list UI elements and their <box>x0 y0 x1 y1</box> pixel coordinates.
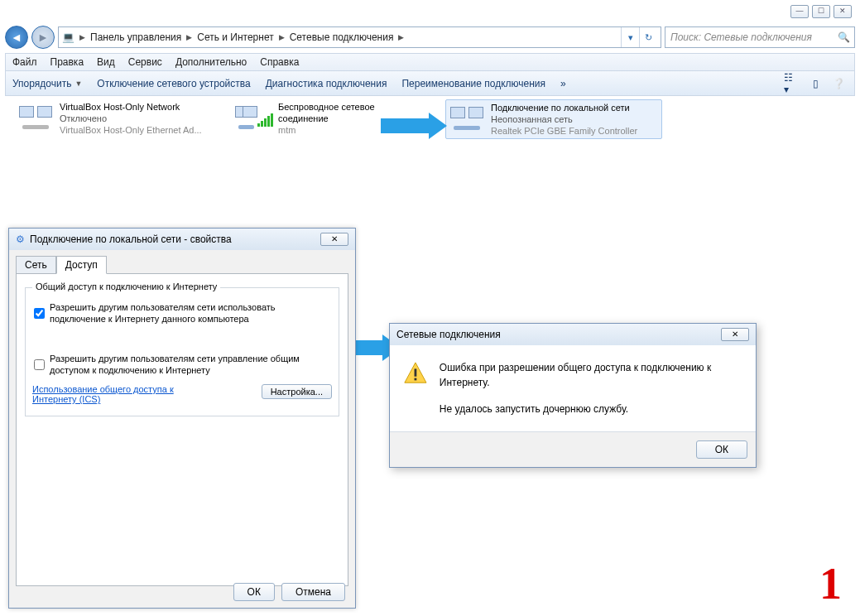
toolbar-disable[interactable]: Отключение сетевого устройства <box>97 78 250 89</box>
connection-title: Подключение по локальной сети <box>491 102 637 113</box>
network-icon: 💻 <box>62 31 74 43</box>
toolbar-diagnose[interactable]: Диагностика подключения <box>266 78 387 89</box>
breadcrumb[interactable]: Сеть и Интернет <box>197 31 273 43</box>
svg-rect-2 <box>415 378 417 381</box>
signal-strength-icon <box>257 113 273 127</box>
menu-view[interactable]: Вид <box>97 56 115 68</box>
preview-pane-icon[interactable]: ▯ <box>806 75 824 93</box>
checkbox-allow-control[interactable] <box>34 354 45 376</box>
breadcrumb[interactable]: Панель управления <box>90 31 181 43</box>
group-legend: Общий доступ к подключению к Интернету <box>32 282 220 291</box>
connection-item-lan-selected[interactable]: Подключение по локальной сети Неопознанн… <box>445 99 662 139</box>
dialog-close-button[interactable]: ✕ <box>721 328 749 341</box>
svg-rect-1 <box>415 368 417 376</box>
warning-icon <box>403 360 428 387</box>
chevron-right-icon: ▶ <box>277 33 286 41</box>
ics-help-link[interactable]: Использование общего доступа к Интернету… <box>32 384 198 404</box>
breadcrumb[interactable]: Сетевые подключения <box>290 31 394 43</box>
menu-help[interactable]: Справка <box>260 56 299 68</box>
annotation-number: 1 <box>819 558 842 609</box>
connection-device: Realtek PCIe GBE Family Controller <box>491 125 637 137</box>
connection-item-wireless[interactable]: Беспроводное сетевое соединение mtm <box>235 101 392 136</box>
tab-network[interactable]: Сеть <box>16 256 56 274</box>
connection-item-virtualbox[interactable]: VirtualBox Host-Only Network Отключено V… <box>17 101 223 136</box>
menu-advanced[interactable]: Дополнительно <box>175 56 247 68</box>
ics-group: Общий доступ к подключению к Интернету Р… <box>25 287 339 416</box>
connection-status: mtm <box>278 124 392 136</box>
connection-title: VirtualBox Host-Only Network <box>60 101 202 113</box>
search-input[interactable]: Поиск: Сетевые подключения 🔍 <box>665 26 855 48</box>
dialog-title: Сетевые подключения <box>396 329 721 340</box>
ok-button[interactable]: ОК <box>233 583 275 601</box>
help-icon[interactable]: ❔ <box>829 75 848 93</box>
view-options-icon[interactable]: ☷ ▾ <box>783 75 801 93</box>
ok-button[interactable]: ОК <box>696 440 747 459</box>
error-message-line1: Ошибка при разрешении общего доступа к п… <box>440 360 742 390</box>
chevron-right-icon: ▶ <box>185 33 194 41</box>
refresh-button[interactable]: ↻ <box>639 27 657 47</box>
menu-file[interactable]: Файл <box>12 56 37 68</box>
search-placeholder: Поиск: Сетевые подключения <box>670 31 812 43</box>
toolbar-organize[interactable]: Упорядочить▼ <box>12 78 82 89</box>
menu-bar: Файл Правка Вид Сервис Дополнительно Спр… <box>5 53 855 71</box>
nav-forward-button[interactable]: ► <box>31 26 55 49</box>
checkbox-label: Разрешить другим пользователям сети испо… <box>50 301 332 325</box>
cancel-button[interactable]: Отмена <box>281 583 345 601</box>
nav-back-button[interactable]: ◄ <box>5 26 28 49</box>
close-button[interactable]: ✕ <box>834 5 852 18</box>
settings-button[interactable]: Настройка... <box>262 384 332 399</box>
dialog-title: Подключение по локальной сети - свойства <box>30 233 320 245</box>
search-icon: 🔍 <box>838 31 849 43</box>
dropdown-button[interactable]: ▾ <box>621 27 639 47</box>
menu-tools[interactable]: Сервис <box>128 56 162 68</box>
menu-edit[interactable]: Правка <box>50 56 84 68</box>
error-dialog: Сетевые подключения ✕ Ошибка при разреше… <box>389 323 757 468</box>
chevron-right-icon: ▶ <box>396 33 406 41</box>
toolbar-rename[interactable]: Переименование подключения <box>401 78 545 89</box>
wireless-adapter-icon <box>235 101 273 136</box>
dialog-icon: ⚙ <box>16 233 25 245</box>
checkbox-label: Разрешить другим пользователям сети упра… <box>50 353 332 376</box>
chevron-right-icon: ▶ <box>78 33 87 41</box>
toolbar: Упорядочить▼ Отключение сетевого устройс… <box>5 71 855 96</box>
toolbar-more[interactable]: » <box>560 78 566 89</box>
chevron-down-icon: ▼ <box>74 79 82 88</box>
connection-device: VirtualBox Host-Only Ethernet Ad... <box>60 124 202 136</box>
connection-status: Отключено <box>60 113 202 124</box>
dialog-close-button[interactable]: ✕ <box>320 233 348 246</box>
properties-dialog: ⚙ Подключение по локальной сети - свойст… <box>8 228 356 609</box>
address-bar[interactable]: 💻 ▶ Панель управления ▶ Сеть и Интернет … <box>58 26 661 48</box>
tab-access[interactable]: Доступ <box>56 256 107 274</box>
maximize-button[interactable]: ☐ <box>812 5 830 18</box>
annotation-arrow-icon <box>381 114 447 137</box>
network-adapter-icon <box>448 102 486 137</box>
error-message-line2: Не удалось запустить дочернюю службу. <box>440 402 742 416</box>
checkbox-allow-share[interactable] <box>34 302 45 325</box>
connection-status: Неопознанная сеть <box>491 113 637 125</box>
network-adapter-icon <box>17 101 55 136</box>
minimize-button[interactable]: — <box>790 5 809 18</box>
connection-title: Беспроводное сетевое соединение <box>278 101 392 124</box>
